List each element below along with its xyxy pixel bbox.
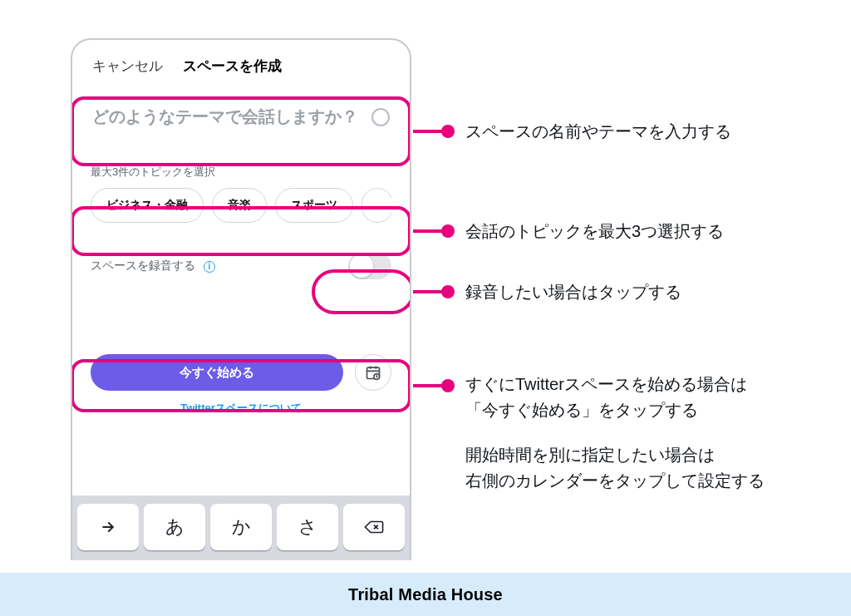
calendar-clock-icon: [365, 364, 381, 381]
keyboard-key[interactable]: あ: [144, 504, 205, 550]
footer-brand-bar: Tribal Media House: [0, 573, 851, 616]
annotation: 開始時間を別に指定したい場合は 右側のカレンダーをタップして設定する: [465, 442, 765, 494]
about-spaces-link[interactable]: Twitterスペースについて: [72, 401, 410, 416]
modal-header: キャンセル スペースを作成: [72, 40, 410, 87]
callout-connector: [413, 130, 448, 133]
annotation-text: すぐにTwitterスペースを始める場合は: [465, 372, 747, 397]
info-icon[interactable]: i: [204, 261, 215, 273]
annotation: スペースの名前やテーマを入力する: [465, 119, 731, 145]
start-row: 今すぐ始める: [91, 354, 391, 391]
space-name-field[interactable]: どのようなテーマで会話しますか？: [81, 94, 401, 146]
annotation-text: 右側のカレンダーをタップして設定する: [465, 468, 765, 494]
annotation: すぐにTwitterスペースを始める場合は 「今すぐ始める」をタップする: [465, 372, 747, 423]
brand-name: Tribal Media House: [348, 585, 503, 604]
phone-frame: キャンセル スペースを作成 どのようなテーマで会話しますか？ 最大3件のトピック…: [71, 38, 411, 560]
record-row: スペースを録音する i: [91, 253, 391, 279]
callout-connector: [413, 384, 448, 387]
callout-connector: [413, 229, 448, 233]
arrow-right-icon: [100, 519, 116, 535]
emoji-picker-icon[interactable]: [371, 108, 390, 126]
annotation-text: 開始時間を別に指定したい場合は: [465, 442, 765, 468]
start-now-button[interactable]: 今すぐ始める: [91, 354, 343, 391]
topic-chip[interactable]: ビジネス・金融: [91, 188, 204, 223]
modal-title: スペースを作成: [183, 57, 282, 76]
cancel-button[interactable]: キャンセル: [92, 57, 163, 76]
keyboard-key[interactable]: か: [210, 504, 272, 550]
schedule-button[interactable]: [355, 354, 391, 391]
callout-connector: [413, 290, 448, 293]
keyboard-key-next-candidate[interactable]: [77, 504, 139, 550]
topic-chip[interactable]: 音楽: [212, 188, 267, 223]
annotation-text: 「今すぐ始める」をタップする: [465, 397, 747, 423]
topics-chip-row: ビジネス・金融 音楽 スポーツ: [91, 188, 391, 223]
topic-chip[interactable]: [362, 188, 391, 223]
annotation: 会話のトピックを最大3つ選択する: [465, 219, 724, 244]
topics-section: 最大3件のトピックを選択 ビジネス・金融 音楽 スポーツ: [72, 165, 410, 231]
space-name-placeholder: どのようなテーマで会話しますか？: [92, 106, 358, 128]
soft-keyboard: あ か さ: [72, 495, 410, 560]
annotation-text: スペースの名前やテーマを入力する: [465, 119, 731, 145]
annotation: 録音したい場合はタップする: [465, 279, 681, 305]
annotation-text: 会話のトピックを最大3つ選択する: [465, 219, 724, 244]
record-label: スペースを録音する i: [91, 259, 215, 274]
record-toggle[interactable]: [348, 253, 391, 279]
topic-chip[interactable]: スポーツ: [275, 188, 353, 223]
annotation-text: 録音したい場合はタップする: [465, 279, 681, 305]
topics-instruction: 最大3件のトピックを選択: [91, 165, 391, 180]
keyboard-key-backspace[interactable]: [343, 504, 405, 550]
keyboard-key[interactable]: さ: [277, 504, 338, 550]
backspace-icon: [363, 516, 385, 538]
